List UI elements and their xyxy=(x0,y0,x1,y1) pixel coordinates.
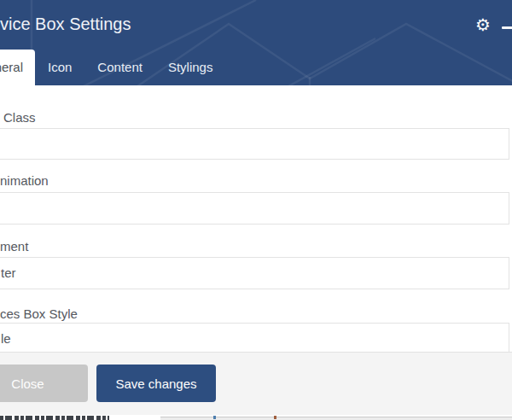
tab-icon[interactable]: Icon xyxy=(35,50,84,85)
box-style-label: ces Box Style xyxy=(0,307,78,321)
save-changes-button[interactable]: Save changes xyxy=(96,365,216,402)
modal-footer: Close Save changes xyxy=(0,352,512,415)
tab-bar: neral Icon Content Stylings xyxy=(0,50,225,85)
animation-label: nimation xyxy=(0,174,49,188)
tab-content[interactable]: Content xyxy=(84,50,155,85)
alignment-label: ment xyxy=(0,240,28,254)
alignment-select[interactable]: ter xyxy=(0,257,509,289)
service-box-settings-modal: vice Box Settings ⚙ neral Icon Content S… xyxy=(0,0,512,420)
modal-header: vice Box Settings ⚙ neral Icon Content S… xyxy=(0,0,512,85)
animation-input[interactable] xyxy=(0,192,509,225)
minimize-icon[interactable] xyxy=(502,26,512,29)
css-class-label: Class xyxy=(3,111,36,125)
gear-icon[interactable]: ⚙ xyxy=(474,15,492,34)
background-speck-blue xyxy=(213,416,216,419)
close-button[interactable]: Close xyxy=(0,365,88,402)
box-style-select[interactable]: le xyxy=(0,323,509,355)
box-style-select-value: le xyxy=(0,324,509,354)
css-class-input[interactable] xyxy=(0,128,509,160)
modal-title: vice Box Settings xyxy=(0,13,131,35)
background-speck-orange xyxy=(274,416,276,419)
alignment-select-value: ter xyxy=(0,258,509,289)
tab-general[interactable]: neral xyxy=(0,50,35,85)
background-clipped-text xyxy=(0,416,109,420)
background-page-strip xyxy=(0,415,512,420)
tab-stylings[interactable]: Stylings xyxy=(155,50,226,85)
